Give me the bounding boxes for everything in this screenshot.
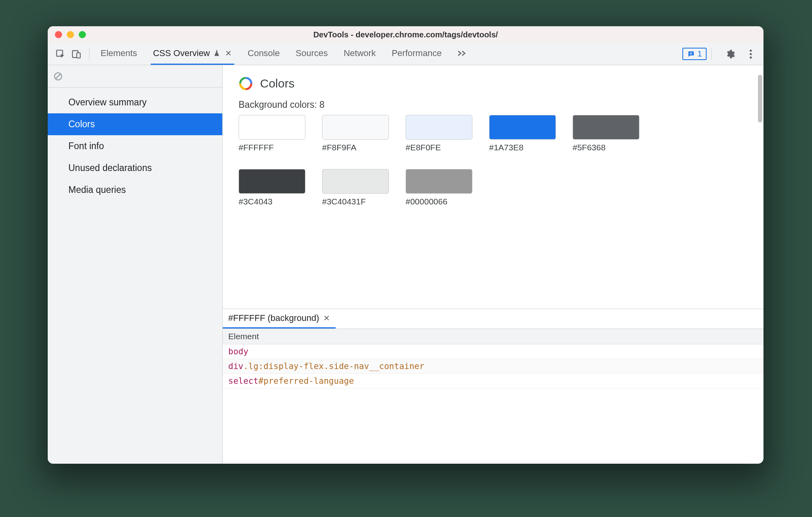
sidebar-nav: Overview summaryColorsFont infoUnused de… (48, 87, 222, 201)
colors-ring-icon (239, 76, 253, 91)
details-tab-label: #FFFFFF (background) (228, 313, 319, 323)
color-swatch[interactable]: #00000066 (406, 169, 472, 206)
close-tab-icon[interactable]: ✕ (223, 49, 232, 58)
svg-rect-3 (690, 52, 693, 53)
swatch-grid: #FFFFFF#F8F9FA#E8F0FE#1A73E8#5F6368#3C40… (239, 115, 716, 206)
swatch-label: #E8F0FE (406, 143, 472, 152)
settings-icon[interactable] (722, 46, 738, 62)
content-pane: Colors Background colors: 8 #FFFFFF#F8F9… (223, 65, 763, 464)
sidebar-item-overview-summary[interactable]: Overview summary (48, 91, 222, 113)
svg-point-6 (750, 53, 752, 55)
colors-section: Colors Background colors: 8 #FFFFFF#F8F9… (223, 65, 763, 309)
swatch-label: #5F6368 (573, 143, 639, 152)
window-controls (48, 31, 86, 38)
swatch-chip (489, 115, 556, 140)
main-tabstrip: Elements CSS Overview ✕ Console Sources … (48, 43, 763, 65)
swatch-chip (573, 115, 639, 140)
separator (89, 48, 89, 60)
scrollbar[interactable] (758, 75, 762, 122)
element-list: bodydiv.lg:display-flex.side-nav__contai… (223, 344, 763, 389)
element-row[interactable]: div.lg:display-flex.side-nav__container (223, 359, 763, 374)
flask-icon (213, 50, 220, 57)
color-swatch[interactable]: #5F6368 (573, 115, 639, 152)
swatch-chip (239, 169, 305, 194)
tab-overflow[interactable] (455, 43, 470, 65)
swatch-label: #00000066 (406, 197, 472, 206)
more-icon[interactable] (743, 46, 759, 62)
sidebar-item-colors[interactable]: Colors (48, 113, 222, 135)
minimize-window-button[interactable] (67, 31, 74, 38)
swatch-chip (406, 169, 472, 194)
separator (711, 48, 712, 60)
feedback-button[interactable]: 1 (682, 48, 707, 60)
swatch-label: #3C4043 (239, 197, 305, 206)
sidebar: Overview summaryColorsFont infoUnused de… (48, 65, 223, 464)
swatch-chip (239, 115, 305, 140)
chevron-double-right-icon (458, 51, 468, 56)
svg-rect-2 (77, 52, 80, 58)
swatch-chip (322, 169, 389, 194)
swatch-chip (406, 115, 472, 140)
sidebar-toolbar (48, 65, 222, 87)
svg-point-5 (750, 49, 752, 51)
swatch-label: #1A73E8 (489, 143, 556, 152)
feedback-count: 1 (697, 49, 702, 58)
tab-network[interactable]: Network (341, 43, 378, 65)
swatch-label: #FFFFFF (239, 143, 305, 152)
sidebar-item-unused-declarations[interactable]: Unused declarations (48, 157, 222, 179)
panel-tabs: Elements CSS Overview ✕ Console Sources … (94, 43, 470, 65)
svg-line-9 (56, 74, 60, 79)
element-row[interactable]: body (223, 344, 763, 359)
tab-console[interactable]: Console (245, 43, 282, 65)
titlebar: DevTools - developer.chrome.com/tags/dev… (48, 26, 763, 43)
clear-overview-icon[interactable] (53, 72, 63, 81)
device-toolbar-icon[interactable] (68, 46, 84, 62)
tab-sources[interactable]: Sources (293, 43, 330, 65)
svg-point-7 (750, 56, 752, 58)
swatch-label: #3C40431F (322, 197, 389, 206)
zoom-window-button[interactable] (79, 31, 86, 38)
details-tab[interactable]: #FFFFFF (background) ✕ (223, 309, 336, 328)
close-details-tab-icon[interactable]: ✕ (323, 313, 330, 323)
color-swatch[interactable]: #3C40431F (322, 169, 389, 206)
swatch-chip (322, 115, 389, 140)
color-swatch[interactable]: #E8F0FE (406, 115, 472, 152)
close-window-button[interactable] (55, 31, 62, 38)
color-swatch[interactable]: #FFFFFF (239, 115, 305, 152)
details-panel: #FFFFFF (background) ✕ Element bodydiv.l… (223, 309, 763, 464)
background-colors-heading: Background colors: 8 (239, 99, 748, 110)
color-swatch[interactable]: #F8F9FA (322, 115, 389, 152)
tab-css-overview-label: CSS Overview (153, 48, 210, 58)
feedback-icon (687, 50, 695, 58)
svg-rect-4 (690, 54, 692, 54)
color-swatch[interactable]: #3C4043 (239, 169, 305, 206)
tab-elements[interactable]: Elements (98, 43, 140, 65)
inspect-element-icon[interactable] (52, 46, 68, 62)
sidebar-item-media-queries[interactable]: Media queries (48, 179, 222, 201)
section-title: Colors (260, 77, 295, 90)
details-column-header: Element (223, 329, 763, 344)
main-area: Overview summaryColorsFont infoUnused de… (48, 65, 763, 464)
swatch-label: #F8F9FA (322, 143, 389, 152)
element-row[interactable]: select#preferred-language (223, 374, 763, 389)
sidebar-item-font-info[interactable]: Font info (48, 135, 222, 157)
details-tabs: #FFFFFF (background) ✕ (223, 309, 763, 329)
color-swatch[interactable]: #1A73E8 (489, 115, 556, 152)
devtools-window: DevTools - developer.chrome.com/tags/dev… (48, 26, 763, 464)
window-title: DevTools - developer.chrome.com/tags/dev… (48, 30, 763, 39)
tab-performance[interactable]: Performance (389, 43, 444, 65)
tab-css-overview[interactable]: CSS Overview ✕ (151, 43, 234, 65)
